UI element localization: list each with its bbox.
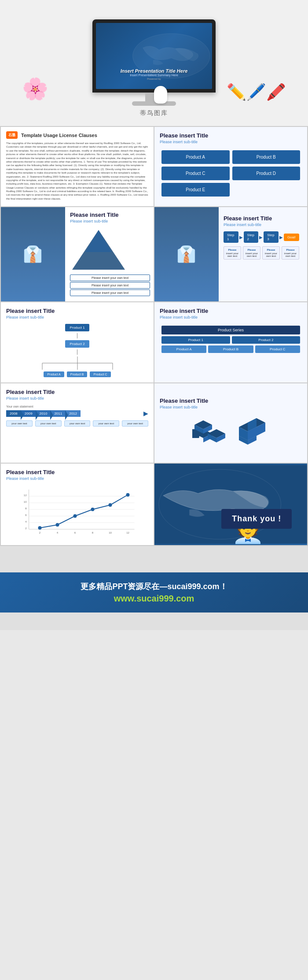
svg-text:10: 10 (24, 501, 27, 503)
step-detail-2-text: insert your own text (245, 252, 258, 257)
step-detail-3-text: insert your own text (264, 252, 278, 257)
banner-main-text: 更多精品PPT资源尽在—sucai999.com！ (9, 581, 299, 592)
svg-marker-2 (85, 230, 112, 252)
product-btn-d[interactable]: Product D (232, 167, 301, 180)
year-2008: 2008 (6, 410, 21, 417)
cubes-row (160, 414, 302, 449)
cube-group-1-icon (192, 414, 227, 449)
monitor-base (132, 101, 176, 106)
monitor-screen-content: Insert Presentation Title Here Insert Pr… (96, 68, 212, 80)
slide4-title: Please insert Title (224, 215, 299, 222)
triangle-shape-icon (70, 228, 127, 272)
slide-cubes: Please insert Title Please insert sub-ti… (154, 383, 307, 463)
hier-mid-row: Product 1 Product 2 (161, 336, 300, 344)
org-level1: Product 1 (65, 324, 89, 331)
step-detail-1-label: Please (226, 249, 239, 251)
step-detail-1: Please insert your own text (224, 246, 241, 260)
svg-text:8: 8 (92, 531, 94, 534)
step-1-box: Step 1 (224, 231, 238, 243)
person-image: 👔 (1, 207, 65, 301)
org-connector-1 (77, 333, 77, 338)
timeline-years: 2008 2009 2010 2011 2012 (6, 410, 143, 417)
hier-top-node: Product Series (161, 326, 300, 334)
monitor: Insert Presentation Title Here Insert Pr… (88, 19, 220, 106)
svg-text:10: 10 (109, 531, 112, 534)
spacer (0, 546, 308, 572)
org-product-a: Product A (44, 371, 64, 377)
slide6-title: Please insert Title (160, 308, 302, 314)
hier-bot-c: Product C (255, 345, 300, 353)
slide2-subtitle: Please insert sub-title (160, 140, 302, 144)
step-detail-4: Please insert your own text (282, 246, 299, 260)
timeline-bar: 2008 2009 2010 2011 2012 ▶ (6, 410, 148, 417)
svg-text:2: 2 (25, 527, 27, 530)
svg-point-48 (73, 514, 77, 518)
step-arrow-1: ▶ (239, 235, 243, 240)
tri-label-3: Please insert your own text (70, 290, 150, 296)
slide7-title: Please insert Title (6, 389, 148, 395)
footer-spacer (0, 612, 308, 630)
hier-bot-a: Product A (161, 345, 206, 353)
slide9-title: Please insert Title (6, 469, 148, 475)
slide-license: 石墨 Template Usage License Clauses The co… (1, 127, 154, 206)
slide5-subtitle: Please insert sub-title (6, 315, 148, 319)
presentation-subtitle: Insert Presentationt Summary Here (96, 74, 212, 77)
svg-text:8: 8 (25, 507, 27, 510)
timeline-arrow-icon: ▶ (143, 410, 148, 417)
hier-mid-2: Product 2 (232, 336, 301, 344)
svg-point-50 (109, 503, 112, 507)
hier-mid-1: Product 1 (161, 336, 230, 344)
person-steps-img: 👔 (154, 207, 219, 301)
product-btn-c[interactable]: Product C (161, 167, 230, 180)
license-header: 石墨 Template Usage License Clauses (6, 131, 148, 139)
org-tree: Product 1 Product 2 Product A Product B (6, 324, 148, 377)
slide-timeline: Please insert Title Please insert sub-ti… (1, 383, 154, 463)
slide-product-buttons: Please insert Title Please insert sub-ti… (154, 127, 307, 206)
product-btn-b[interactable]: Product B (232, 150, 301, 164)
slide-chart: Please insert Title Please insert sub-ti… (1, 464, 154, 545)
cubes-content: Please insert Title Please insert sub-ti… (160, 397, 302, 449)
org-product-b: Product B (67, 371, 88, 377)
timeline-item-4: your own text (93, 420, 119, 427)
monitor-screen-outer: Insert Presentation Title Here Insert Pr… (92, 19, 216, 93)
svg-point-47 (56, 523, 59, 527)
person-bg-steps: 👔 (154, 207, 219, 301)
timeline-label: Your own statement (6, 405, 148, 408)
thankyou-label: Thank you ! (221, 509, 292, 529)
org-level3-wrapper (6, 356, 148, 370)
step-detail-2: Please insert your own text (243, 246, 260, 260)
line-chart-icon: 2 4 6 8 10 12 2 4 6 8 10 12 (6, 485, 148, 538)
svg-point-46 (38, 526, 42, 530)
org-level2: Product 2 (65, 340, 89, 348)
slide-triangle: 👔 Please insert Title Please insert sub-… (1, 207, 154, 301)
thankyou-text-box: Thank you ! (221, 509, 292, 529)
slide9-subtitle: Please insert sub-title (6, 476, 148, 481)
product-btn-a[interactable]: Product A (161, 150, 230, 164)
goal-box: Goal! (284, 234, 299, 241)
step-arrow-3: ▶ (279, 235, 283, 240)
svg-point-51 (126, 493, 130, 497)
svg-text:6: 6 (74, 531, 76, 534)
hierarchy-container: Product Series Product 1 Product 2 Produ… (160, 324, 302, 355)
svg-point-49 (91, 508, 95, 511)
site-watermark: 蒂鸟图库 (140, 109, 168, 117)
slide8-title: Please insert Title (160, 397, 302, 404)
slide-steps: 👔 Please insert Title Please insert sub-… (154, 207, 307, 301)
step-detail-3-label: Please (264, 249, 278, 251)
license-body: The copyrights of the templates, picture… (6, 141, 148, 200)
svg-text:12: 12 (24, 494, 27, 497)
slide2-title: Please insert Title (160, 132, 302, 139)
timeline-item-3: your own text (64, 420, 91, 427)
slide-org-chart: Please insert Title Please insert sub-ti… (1, 302, 154, 382)
slide4-subtitle: Please insert sub-title (224, 223, 299, 227)
steps-row: Step 1 ▶ Step 2 ▶ Step 3 ▶ Goal! (224, 231, 299, 243)
org-product1: Product 1 (65, 324, 89, 331)
hier-bot-b: Product B (208, 345, 253, 353)
banner-url-text: www.sucai999.com (9, 594, 299, 604)
step-detail-4-label: Please (284, 249, 297, 251)
product-btn-e[interactable]: Product E (161, 183, 230, 197)
timeline-items: your own text your own text your own tex… (6, 420, 148, 427)
cube-group-2-icon (235, 414, 270, 449)
mouse-decoration (154, 86, 167, 104)
step-detail-1-text: insert your own text (226, 252, 239, 257)
